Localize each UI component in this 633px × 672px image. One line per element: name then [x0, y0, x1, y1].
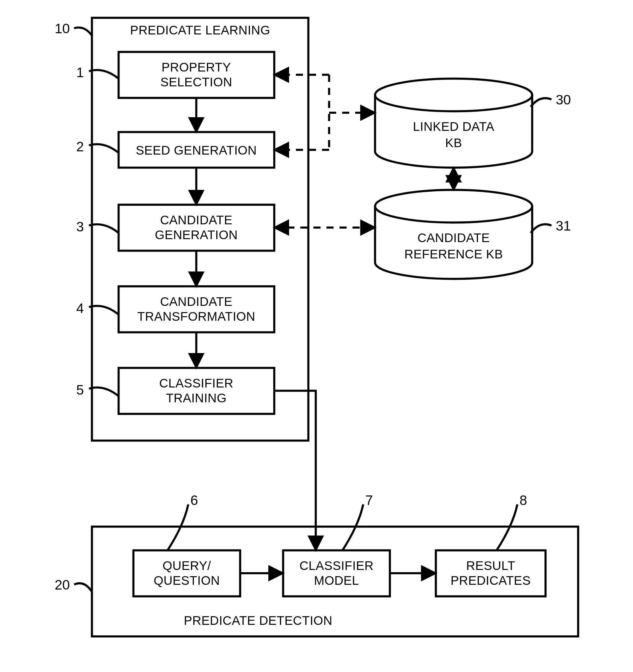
svg-text:5: 5: [76, 382, 84, 398]
svg-text:SELECTION: SELECTION: [160, 75, 232, 89]
predicate-learning-container: PREDICATE LEARNING PROPERTY SELECTION SE…: [92, 18, 308, 440]
svg-text:KB: KB: [445, 136, 462, 150]
predicate-detection-title: PREDICATE DETECTION: [184, 614, 332, 627]
candidate-transformation-box: CANDIDATE TRANSFORMATION: [119, 286, 274, 332]
svg-text:RESULT: RESULT: [466, 559, 515, 573]
svg-text:MODEL: MODEL: [314, 574, 359, 587]
svg-point-18: [375, 190, 532, 222]
svg-text:SEED GENERATION: SEED GENERATION: [136, 143, 257, 157]
predicate-detection-container: PREDICATE DETECTION QUERY/ QUESTION CLAS…: [92, 527, 578, 637]
svg-point-15: [375, 79, 532, 111]
svg-text:PREDICATES: PREDICATES: [451, 574, 531, 587]
classifier-training-box: CLASSIFIER TRAINING: [119, 368, 274, 414]
svg-text:TRANSFORMATION: TRANSFORMATION: [137, 309, 255, 323]
svg-text:2: 2: [76, 139, 84, 154]
svg-text:7: 7: [365, 493, 373, 508]
svg-text:PROPERTY: PROPERTY: [161, 60, 231, 74]
predicate-learning-title: PREDICATE LEARNING: [130, 23, 271, 37]
svg-text:20: 20: [55, 577, 70, 593]
svg-text:CLASSIFIER: CLASSIFIER: [159, 376, 233, 390]
result-predicates-box: RESULT PREDICATES: [436, 550, 546, 596]
svg-text:CANDIDATE: CANDIDATE: [160, 295, 232, 309]
classifier-model-box: CLASSIFIER MODEL: [283, 550, 390, 596]
svg-text:QUERY/: QUERY/: [162, 559, 211, 573]
svg-text:8: 8: [520, 493, 527, 508]
svg-text:30: 30: [556, 92, 571, 107]
svg-text:REFERENCE KB: REFERENCE KB: [404, 247, 503, 261]
svg-text:6: 6: [191, 493, 198, 508]
linked-data-kb-cylinder: LINKED DATA KB: [375, 79, 532, 168]
svg-text:TRAINING: TRAINING: [166, 391, 227, 405]
candidate-reference-kb-cylinder: CANDIDATE REFERENCE KB: [375, 190, 532, 279]
dashed-connectors: [274, 75, 375, 227]
reference-labels: 10 1 2 3 4 5 20 30 31 6 7 8: [55, 21, 571, 593]
property-selection-box: PROPERTY SELECTION: [119, 52, 274, 98]
query-question-box: QUERY/ QUESTION: [133, 550, 240, 596]
svg-text:QUESTION: QUESTION: [154, 574, 220, 587]
svg-text:4: 4: [76, 301, 84, 316]
svg-text:CANDIDATE: CANDIDATE: [160, 213, 232, 227]
svg-text:CANDIDATE: CANDIDATE: [417, 231, 490, 245]
candidate-generation-box: CANDIDATE GENERATION: [119, 205, 274, 251]
svg-text:CLASSIFIER: CLASSIFIER: [300, 559, 374, 573]
svg-text:GENERATION: GENERATION: [155, 228, 238, 242]
svg-text:1: 1: [76, 65, 84, 80]
svg-text:31: 31: [556, 218, 571, 234]
svg-text:LINKED DATA: LINKED DATA: [413, 120, 495, 134]
seed-generation-box: SEED GENERATION: [119, 132, 274, 168]
svg-text:10: 10: [55, 21, 70, 36]
svg-text:3: 3: [76, 219, 84, 234]
